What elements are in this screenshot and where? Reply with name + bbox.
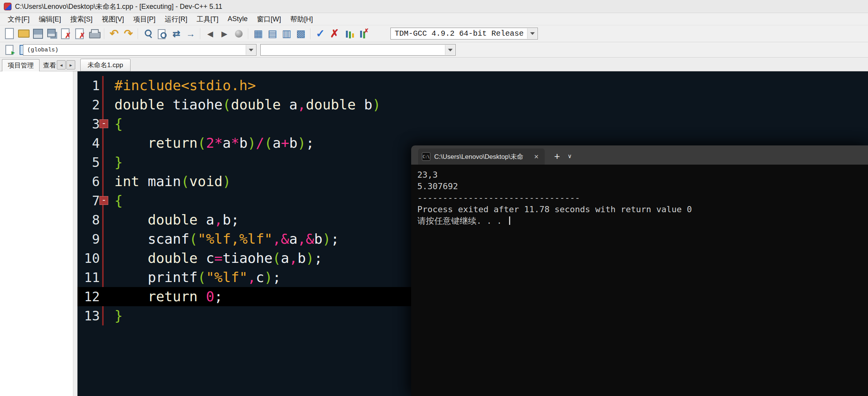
- line-number: 11: [78, 268, 100, 287]
- close-all-button[interactable]: [73, 26, 88, 41]
- menu-item-2[interactable]: 编辑[E]: [34, 13, 66, 25]
- profile-delete-button[interactable]: [356, 26, 370, 41]
- save-button[interactable]: [31, 26, 45, 41]
- compile-button[interactable]: [251, 26, 265, 41]
- fold-marker-icon[interactable]: [99, 196, 108, 205]
- toolbar-separator: [248, 28, 249, 39]
- code-line-2[interactable]: 2double tiaohe(double a,double b): [78, 95, 868, 114]
- app-icon[interactable]: [4, 3, 12, 10]
- dropdown-arrow-icon[interactable]: [445, 45, 455, 55]
- line-number: 8: [78, 210, 100, 229]
- insert-button[interactable]: [2, 43, 17, 57]
- menu-item-1[interactable]: 文件[F]: [3, 13, 34, 25]
- redo-button[interactable]: [121, 26, 136, 41]
- line-number: 1: [78, 76, 100, 95]
- run-button[interactable]: [265, 26, 279, 41]
- dropdown-arrow-icon[interactable]: [527, 28, 537, 39]
- compiler-combobox-value: TDM-GCC 4.9.2 64-bit Release: [395, 29, 524, 38]
- terminal-tab-title: C:\Users\Lenovo\Desktop\未命: [434, 152, 528, 161]
- find-button[interactable]: [141, 26, 155, 41]
- terminal-tab-close-icon[interactable]: [532, 152, 541, 161]
- goto-line-button[interactable]: [184, 26, 198, 41]
- terminal-line-1: 23,3: [417, 169, 862, 181]
- globals-combobox[interactable]: (globals): [23, 44, 256, 56]
- fold-marker-icon[interactable]: [99, 119, 108, 128]
- cmd-icon: [422, 152, 430, 161]
- globals-combobox-value: (globals): [27, 47, 58, 53]
- terminal-line-3: --------------------------------: [417, 192, 862, 204]
- code-text: int main(void): [100, 172, 231, 191]
- tab-row: 项目管理 查看 未命名1.cpp: [0, 58, 868, 71]
- forward-button[interactable]: [217, 26, 231, 41]
- menu-item-5[interactable]: 项目[P]: [129, 13, 160, 25]
- title-bar: C:\Users\Lenovo\Desktop\未命名1.cpp - [Exec…: [0, 0, 868, 13]
- window-title: C:\Users\Lenovo\Desktop\未命名1.cpp - [Exec…: [15, 2, 222, 11]
- line-number: 4: [78, 134, 100, 153]
- line-number: 9: [78, 229, 100, 249]
- menu-item-9[interactable]: 窗口[W]: [252, 13, 286, 25]
- save-all-button[interactable]: [45, 26, 59, 41]
- tab-scroll-right-button[interactable]: [66, 60, 75, 69]
- panel-tab-project[interactable]: 项目管理: [2, 59, 40, 71]
- menu-item-8[interactable]: AStyle: [223, 13, 252, 25]
- code-line-1[interactable]: 1#include<stdio.h>: [78, 76, 868, 95]
- line-number: 6: [78, 172, 100, 191]
- compile-run-button[interactable]: [279, 26, 294, 41]
- panel-tab-project-label: 项目管理: [8, 61, 34, 70]
- toolbar-separator: [200, 28, 201, 39]
- line-number: 7: [78, 191, 100, 210]
- toolbar-separator: [104, 28, 105, 39]
- terminal-line-5: 请按任意键继续. . .: [417, 215, 862, 227]
- code-text: double a,b;: [100, 210, 239, 229]
- code-text: #include<stdio.h>: [100, 76, 256, 95]
- code-text: scanf("%lf,%lf",&a,&b);: [100, 229, 339, 249]
- terminal-dropdown-button[interactable]: [564, 149, 575, 163]
- abort-button[interactable]: [327, 26, 342, 41]
- members-combobox[interactable]: [260, 44, 456, 56]
- open-button[interactable]: [17, 26, 31, 41]
- print-button[interactable]: [88, 26, 102, 41]
- dropdown-arrow-icon[interactable]: [246, 45, 256, 55]
- code-text: }: [100, 306, 123, 325]
- editor-tab-unnamed1[interactable]: 未命名1.cpp: [80, 59, 131, 71]
- devcpp-window: C:\Users\Lenovo\Desktop\未命名1.cpp - [Exec…: [0, 0, 868, 396]
- toolbar-main: [0, 26, 372, 41]
- find-in-files-button[interactable]: [155, 26, 169, 41]
- line-number: 5: [78, 153, 100, 172]
- back-button[interactable]: [203, 26, 217, 41]
- line-number: 13: [78, 306, 100, 325]
- toolbar-separator: [138, 28, 139, 39]
- close-button[interactable]: [59, 26, 73, 41]
- replace-button[interactable]: [169, 26, 184, 41]
- profile-button[interactable]: [342, 26, 356, 41]
- project-panel[interactable]: [0, 71, 78, 396]
- syntax-check-button[interactable]: [313, 26, 327, 41]
- code-text: double tiaohe(double a,double b): [100, 95, 381, 114]
- line-number: 2: [78, 95, 100, 114]
- code-line-3[interactable]: 3{: [78, 114, 868, 134]
- code-text: printf("%lf",c);: [100, 268, 281, 287]
- terminal-line-2: 5.307692: [417, 181, 862, 192]
- terminal-line-4: Process exited after 11.78 seconds with …: [417, 204, 862, 215]
- rebuild-all-button[interactable]: [294, 26, 308, 41]
- menu-item-6[interactable]: 运行[R]: [160, 13, 192, 25]
- run-to-cursor-button[interactable]: [231, 26, 246, 41]
- terminal-tab[interactable]: C:\Users\Lenovo\Desktop\未命: [418, 148, 545, 165]
- undo-button[interactable]: [107, 26, 121, 41]
- code-text: }: [100, 153, 123, 172]
- terminal-new-tab-button[interactable]: [550, 149, 564, 163]
- toolbar-row-secondary: (globals): [0, 42, 868, 58]
- terminal-window[interactable]: C:\Users\Lenovo\Desktop\未命 23,35.307692-…: [411, 145, 868, 396]
- terminal-output[interactable]: 23,35.307692----------------------------…: [411, 165, 868, 231]
- compiler-combobox[interactable]: TDM-GCC 4.9.2 64-bit Release: [390, 28, 538, 40]
- menu-item-4[interactable]: 视图[V]: [97, 13, 129, 25]
- line-number: 3: [78, 114, 100, 134]
- new-file-button[interactable]: [2, 26, 17, 41]
- tab-scroll-left-button[interactable]: [57, 60, 66, 69]
- code-text: return(2*a*b)/(a+b);: [100, 134, 314, 153]
- menu-item-10[interactable]: 帮助[H]: [286, 13, 317, 25]
- menu-item-3[interactable]: 搜索[S]: [66, 13, 97, 25]
- menu-item-7[interactable]: 工具[T]: [192, 13, 223, 25]
- toolbar-separator: [310, 28, 311, 39]
- toolbar-row-main: TDM-GCC 4.9.2 64-bit Release: [0, 25, 868, 42]
